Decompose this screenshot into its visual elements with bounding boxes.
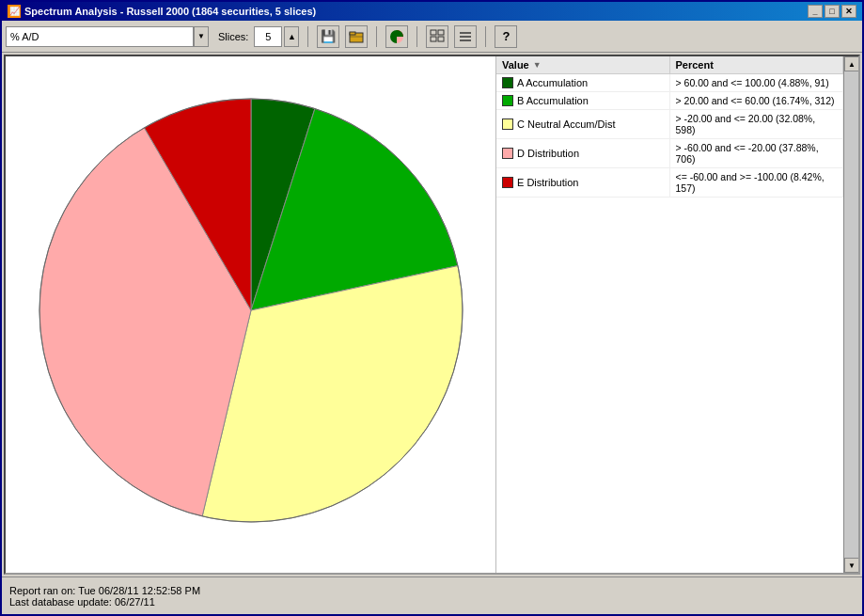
legend-value-cell-1: B Accumulation [496, 92, 670, 109]
legend-panel: Value ▼ Percent A Accumulation> 60.00 an… [495, 56, 843, 573]
close-button[interactable]: ✕ [841, 5, 856, 18]
legend-percent-cell-2: > -20.00 and <= 20.00 (32.08%, 598) [670, 110, 844, 138]
title-bar-left: 📈 Spectrum Analysis - Russell 2000 (1864… [8, 5, 316, 18]
pie-chart [16, 56, 486, 545]
legend-color-0 [502, 77, 513, 88]
legend-rows: A Accumulation> 60.00 and <= 100.00 (4.8… [496, 74, 843, 197]
legend-percent-cell-1: > 20.00 and <= 60.00 (16.74%, 312) [670, 92, 844, 109]
report-ran-label: Report ran on: [9, 585, 75, 596]
slices-increment[interactable]: ▲ [284, 26, 299, 47]
legend-color-3 [502, 148, 513, 159]
save-button[interactable]: 💾 [317, 25, 339, 48]
pie-chart-container [6, 56, 495, 545]
footer: Report ran on: Tue 06/28/11 12:52:58 PM … [2, 577, 862, 614]
legend-label-2: C Neutral Accum/Dist [517, 118, 616, 130]
legend-value-cell-4: E Distribution [496, 168, 670, 197]
legend-row-0[interactable]: A Accumulation> 60.00 and <= 100.00 (4.8… [496, 74, 843, 92]
scrollbar-track[interactable] [844, 71, 858, 558]
open-button[interactable] [345, 25, 368, 48]
legend-label-4: E Distribution [517, 177, 578, 188]
help-button[interactable]: ? [495, 25, 517, 48]
legend-row-4[interactable]: E Distribution<= -60.00 and >= -100.00 (… [496, 168, 843, 197]
svg-rect-4 [438, 30, 444, 35]
legend-label-0: A Accumulation [517, 77, 588, 88]
toolbar: % A/D ▼ Slices: ▲ 💾 [2, 21, 862, 53]
legend-percent-cell-3: > -60.00 and <= -20.00 (37.88%, 706) [670, 139, 844, 167]
db-update-line: Last database update: 06/27/11 [9, 596, 855, 608]
legend-row-3[interactable]: D Distribution> -60.00 and <= -20.00 (37… [496, 139, 843, 168]
legend-value-cell-0: A Accumulation [496, 74, 670, 91]
db-update-value: 06/27/11 [115, 596, 155, 608]
metric-dropdown[interactable]: % A/D [6, 26, 194, 47]
svg-rect-5 [431, 37, 436, 41]
legend-color-1 [502, 95, 513, 106]
title-bar: 📈 Spectrum Analysis - Russell 2000 (1864… [2, 2, 862, 21]
percent-column-header[interactable]: Percent [670, 56, 844, 73]
scroll-down-button[interactable]: ▼ [844, 558, 859, 573]
legend-value-cell-3: D Distribution [496, 139, 670, 167]
separator-2 [376, 26, 377, 47]
legend-color-4 [502, 177, 513, 188]
chart-area [6, 56, 495, 573]
legend-percent-cell-4: <= -60.00 and >= -100.00 (8.42%, 157) [670, 168, 844, 197]
report-ran-line: Report ran on: Tue 06/28/11 12:52:58 PM [9, 585, 855, 596]
legend-row-2[interactable]: C Neutral Accum/Dist> -20.00 and <= 20.0… [496, 110, 843, 139]
separator-3 [416, 26, 417, 47]
main-window: 📈 Spectrum Analysis - Russell 2000 (1864… [0, 0, 864, 616]
legend-color-2 [502, 118, 513, 130]
dropdown-arrow[interactable]: ▼ [194, 26, 209, 47]
svg-rect-3 [431, 30, 436, 35]
value-sort-arrow: ▼ [533, 60, 542, 70]
value-column-header[interactable]: Value ▼ [496, 56, 670, 73]
list-view-button[interactable] [454, 25, 477, 48]
legend-label-3: D Distribution [517, 148, 579, 159]
db-update-label: Last database update: [9, 596, 112, 608]
separator-1 [307, 26, 308, 47]
slices-label: Slices: [218, 31, 248, 42]
legend-row-1[interactable]: B Accumulation> 20.00 and <= 60.00 (16.7… [496, 92, 843, 110]
grid-view-button[interactable] [426, 25, 448, 48]
app-icon: 📈 [8, 5, 21, 18]
minimize-button[interactable]: _ [808, 5, 823, 18]
svg-rect-1 [350, 32, 355, 35]
title-bar-controls: _ □ ✕ [808, 5, 856, 18]
dropdown-container: % A/D ▼ [6, 26, 209, 47]
legend-percent-cell-0: > 60.00 and <= 100.00 (4.88%, 91) [670, 74, 844, 91]
window-title: Spectrum Analysis - Russell 2000 (1864 s… [24, 6, 316, 17]
svg-rect-6 [438, 37, 444, 41]
slices-input[interactable] [254, 26, 282, 47]
report-ran-value: Tue 06/28/11 12:52:58 PM [78, 585, 200, 596]
legend-header: Value ▼ Percent [496, 56, 843, 74]
legend-label-1: B Accumulation [517, 95, 589, 106]
scroll-up-button[interactable]: ▲ [844, 56, 859, 71]
maximize-button[interactable]: □ [825, 5, 840, 18]
pie-chart-button[interactable] [385, 25, 408, 48]
separator-4 [485, 26, 486, 47]
scrollbar: ▲ ▼ [843, 56, 858, 573]
legend-value-cell-2: C Neutral Accum/Dist [496, 110, 670, 138]
